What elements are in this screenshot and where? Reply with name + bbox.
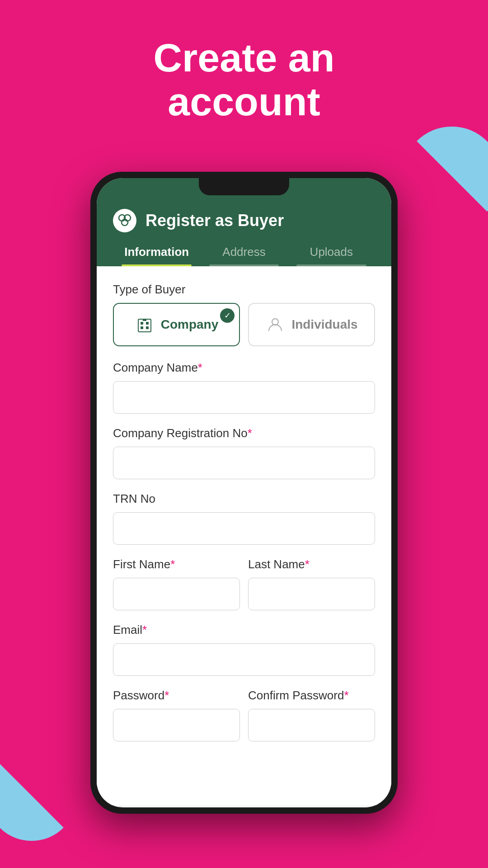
building-icon [135,315,155,335]
svg-rect-7 [146,326,149,329]
svg-rect-3 [138,319,151,332]
last-name-input[interactable] [248,578,375,610]
company-name-input[interactable] [113,381,375,414]
trn-label: TRN No [113,492,375,506]
phone-frame: Register as Buyer Information Address Up… [90,172,398,814]
password-row: Password* Confirm Password* [113,689,375,741]
company-reg-label: Company Registration No* [113,426,375,440]
company-reg-group: Company Registration No* [113,426,375,479]
tabs-row: Information Address Uploads [113,245,375,266]
password-group: Password* [113,689,240,741]
first-name-input[interactable] [113,578,240,610]
name-row: First Name* Last Name* [113,557,375,610]
password-required: * [164,689,169,702]
company-name-label: Company Name* [113,361,375,375]
password-input[interactable] [113,709,240,741]
confirm-password-required: * [344,689,348,702]
buyer-type-group: Type of Buyer ✓ [113,283,375,346]
phone-screen: Register as Buyer Information Address Up… [97,178,391,807]
company-name-required: * [198,361,202,374]
person-icon [265,315,285,335]
svg-rect-4 [141,322,143,325]
confirm-password-input[interactable] [248,709,375,741]
first-name-label: First Name* [113,557,240,571]
phone-mockup: Register as Buyer Information Address Up… [90,172,398,814]
last-name-required: * [305,557,310,571]
company-reg-required: * [248,426,252,440]
svg-rect-5 [146,322,149,325]
svg-rect-8 [143,319,146,321]
form-area: Type of Buyer ✓ [97,266,391,805]
password-label: Password* [113,689,240,703]
company-reg-input[interactable] [113,447,375,479]
email-required: * [142,623,147,637]
decorative-circle-bottom-left [0,750,77,841]
email-input[interactable] [113,643,375,676]
email-label: Email* [113,623,375,637]
svg-point-9 [272,319,278,325]
trn-input[interactable] [113,512,375,545]
confirm-password-label: Confirm Password* [248,689,375,703]
company-check-badge: ✓ [220,308,235,323]
last-name-label: Last Name* [248,557,375,571]
app-logo [113,209,136,232]
trn-group: TRN No [113,492,375,545]
buyer-type-label: Type of Buyer [113,283,375,297]
header-title: Register as Buyer [145,211,284,230]
tab-uploads[interactable]: Uploads [288,245,375,266]
last-name-group: Last Name* [248,557,375,610]
buyer-type-row: ✓ Compan [113,303,375,346]
email-group: Email* [113,623,375,676]
buyer-type-company[interactable]: ✓ Compan [113,303,240,346]
tab-address[interactable]: Address [200,245,287,266]
first-name-group: First Name* [113,557,240,610]
decorative-circle-top-right [402,127,488,226]
company-name-group: Company Name* [113,361,375,414]
individuals-label: Individuals [291,317,357,332]
svg-rect-6 [141,326,143,329]
tab-information[interactable]: Information [113,245,200,266]
phone-notch [199,178,289,195]
page-title: Create an account [0,36,488,124]
first-name-required: * [170,557,175,571]
company-label: Company [161,317,219,332]
buyer-type-individuals[interactable]: Individuals [248,303,375,346]
confirm-password-group: Confirm Password* [248,689,375,741]
